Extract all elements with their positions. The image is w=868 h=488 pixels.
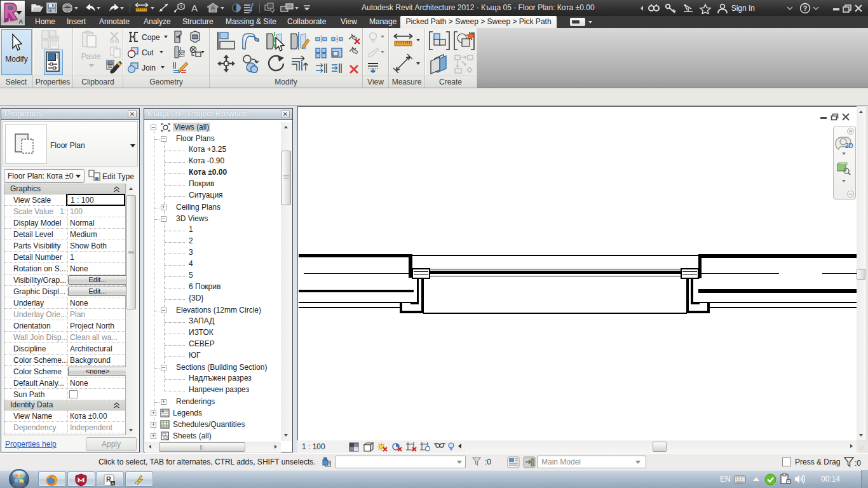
svg-text:A: A xyxy=(191,3,198,13)
svg-text:A: A xyxy=(111,482,114,485)
svg-text:1: 1 xyxy=(180,4,183,10)
svg-text:R: R xyxy=(106,475,111,483)
svg-text:?: ? xyxy=(803,4,808,12)
